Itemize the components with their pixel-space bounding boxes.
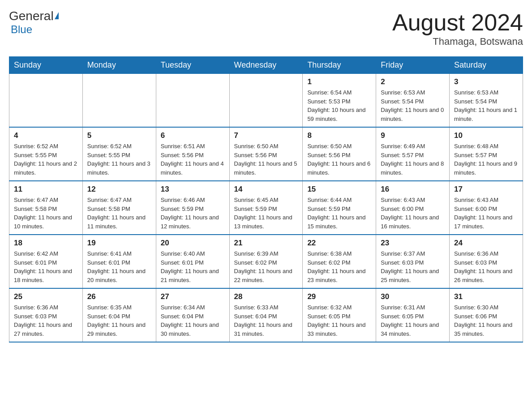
calendar-cell: [156, 74, 229, 128]
calendar-cell: 8Sunrise: 6:50 AM Sunset: 5:56 PM Daylig…: [303, 127, 376, 181]
day-info: Sunrise: 6:49 AM Sunset: 5:57 PM Dayligh…: [381, 142, 445, 177]
month-title: August 2024: [392, 9, 523, 36]
day-info: Sunrise: 6:43 AM Sunset: 6:00 PM Dayligh…: [381, 196, 445, 231]
calendar-cell: 7Sunrise: 6:50 AM Sunset: 5:56 PM Daylig…: [229, 127, 303, 181]
day-info: Sunrise: 6:50 AM Sunset: 5:56 PM Dayligh…: [307, 142, 371, 177]
day-info: Sunrise: 6:42 AM Sunset: 6:01 PM Dayligh…: [14, 249, 78, 284]
calendar-cell: 21Sunrise: 6:39 AM Sunset: 6:02 PM Dayli…: [229, 235, 303, 288]
day-number: 16: [381, 185, 445, 194]
day-info: Sunrise: 6:47 AM Sunset: 5:58 PM Dayligh…: [14, 196, 78, 231]
day-header-thursday: Thursday: [303, 57, 376, 74]
day-number: 9: [381, 131, 445, 140]
day-number: 3: [454, 77, 518, 86]
day-number: 14: [234, 185, 298, 194]
day-info: Sunrise: 6:35 AM Sunset: 6:04 PM Dayligh…: [87, 303, 151, 338]
day-info: Sunrise: 6:30 AM Sunset: 6:06 PM Dayligh…: [454, 303, 518, 338]
header: General Blue August 2024 Thamaga, Botswa…: [9, 9, 523, 47]
day-info: Sunrise: 6:47 AM Sunset: 5:58 PM Dayligh…: [87, 196, 151, 231]
calendar-week-row: 25Sunrise: 6:36 AM Sunset: 6:03 PM Dayli…: [9, 288, 523, 342]
day-info: Sunrise: 6:36 AM Sunset: 6:03 PM Dayligh…: [14, 303, 78, 338]
day-number: 15: [307, 185, 371, 194]
calendar-cell: 5Sunrise: 6:52 AM Sunset: 5:55 PM Daylig…: [82, 127, 156, 181]
day-info: Sunrise: 6:43 AM Sunset: 6:00 PM Dayligh…: [454, 196, 518, 231]
day-info: Sunrise: 6:33 AM Sunset: 6:04 PM Dayligh…: [234, 303, 298, 338]
calendar-cell: 25Sunrise: 6:36 AM Sunset: 6:03 PM Dayli…: [9, 288, 83, 342]
calendar-cell: 17Sunrise: 6:43 AM Sunset: 6:00 PM Dayli…: [450, 181, 523, 235]
day-number: 5: [87, 131, 151, 140]
calendar-cell: 31Sunrise: 6:30 AM Sunset: 6:06 PM Dayli…: [450, 288, 523, 342]
calendar-cell: 12Sunrise: 6:47 AM Sunset: 5:58 PM Dayli…: [82, 181, 156, 235]
day-number: 2: [381, 77, 445, 86]
calendar-cell: 4Sunrise: 6:52 AM Sunset: 5:55 PM Daylig…: [9, 127, 83, 181]
day-number: 19: [87, 239, 151, 248]
calendar-cell: 23Sunrise: 6:37 AM Sunset: 6:03 PM Dayli…: [376, 235, 450, 288]
day-info: Sunrise: 6:45 AM Sunset: 5:59 PM Dayligh…: [234, 196, 298, 231]
day-number: 29: [307, 292, 371, 301]
day-number: 20: [161, 239, 225, 248]
calendar-cell: 11Sunrise: 6:47 AM Sunset: 5:58 PM Dayli…: [9, 181, 83, 235]
calendar-week-row: 11Sunrise: 6:47 AM Sunset: 5:58 PM Dayli…: [9, 181, 523, 235]
day-info: Sunrise: 6:52 AM Sunset: 5:55 PM Dayligh…: [14, 142, 78, 177]
calendar-cell: 28Sunrise: 6:33 AM Sunset: 6:04 PM Dayli…: [229, 288, 303, 342]
day-info: Sunrise: 6:38 AM Sunset: 6:02 PM Dayligh…: [307, 249, 371, 284]
day-number: 30: [381, 292, 445, 301]
day-info: Sunrise: 6:37 AM Sunset: 6:03 PM Dayligh…: [381, 249, 445, 284]
day-header-sunday: Sunday: [9, 57, 83, 74]
day-info: Sunrise: 6:39 AM Sunset: 6:02 PM Dayligh…: [234, 249, 298, 284]
day-number: 10: [454, 131, 518, 140]
day-number: 18: [14, 239, 78, 248]
day-number: 7: [234, 131, 298, 140]
day-info: Sunrise: 6:50 AM Sunset: 5:56 PM Dayligh…: [234, 142, 298, 177]
calendar-cell: 14Sunrise: 6:45 AM Sunset: 5:59 PM Dayli…: [229, 181, 303, 235]
calendar-table: SundayMondayTuesdayWednesdayThursdayFrid…: [9, 56, 523, 342]
day-info: Sunrise: 6:34 AM Sunset: 6:04 PM Dayligh…: [161, 303, 225, 338]
day-info: Sunrise: 6:52 AM Sunset: 5:55 PM Dayligh…: [87, 142, 151, 177]
day-number: 25: [14, 292, 78, 301]
day-info: Sunrise: 6:48 AM Sunset: 5:57 PM Dayligh…: [454, 142, 518, 177]
calendar-cell: 2Sunrise: 6:53 AM Sunset: 5:54 PM Daylig…: [376, 74, 450, 128]
calendar-cell: 24Sunrise: 6:36 AM Sunset: 6:03 PM Dayli…: [450, 235, 523, 288]
logo: General Blue: [9, 9, 59, 36]
day-header-tuesday: Tuesday: [156, 57, 229, 74]
day-number: 11: [14, 185, 78, 194]
calendar-cell: [229, 74, 303, 128]
calendar-cell: 16Sunrise: 6:43 AM Sunset: 6:00 PM Dayli…: [376, 181, 450, 235]
day-number: 26: [87, 292, 151, 301]
logo-general-text: General: [9, 9, 54, 23]
day-info: Sunrise: 6:53 AM Sunset: 5:54 PM Dayligh…: [454, 88, 518, 123]
day-info: Sunrise: 6:41 AM Sunset: 6:01 PM Dayligh…: [87, 249, 151, 284]
calendar-cell: 19Sunrise: 6:41 AM Sunset: 6:01 PM Dayli…: [82, 235, 156, 288]
day-number: 27: [161, 292, 225, 301]
calendar-week-row: 1Sunrise: 6:54 AM Sunset: 5:53 PM Daylig…: [9, 74, 523, 128]
day-header-wednesday: Wednesday: [229, 57, 303, 74]
calendar-cell: 22Sunrise: 6:38 AM Sunset: 6:02 PM Dayli…: [303, 235, 376, 288]
day-number: 31: [454, 292, 518, 301]
calendar-cell: 27Sunrise: 6:34 AM Sunset: 6:04 PM Dayli…: [156, 288, 229, 342]
day-number: 4: [14, 131, 78, 140]
calendar-cell: 13Sunrise: 6:46 AM Sunset: 5:59 PM Dayli…: [156, 181, 229, 235]
day-number: 1: [307, 77, 371, 86]
day-header-saturday: Saturday: [450, 57, 523, 74]
calendar-cell: 1Sunrise: 6:54 AM Sunset: 5:53 PM Daylig…: [303, 74, 376, 128]
day-number: 21: [234, 239, 298, 248]
day-info: Sunrise: 6:40 AM Sunset: 6:01 PM Dayligh…: [161, 249, 225, 284]
day-info: Sunrise: 6:32 AM Sunset: 6:05 PM Dayligh…: [307, 303, 371, 338]
day-info: Sunrise: 6:54 AM Sunset: 5:53 PM Dayligh…: [307, 88, 371, 123]
calendar-cell: [9, 74, 83, 128]
day-number: 12: [87, 185, 151, 194]
day-number: 17: [454, 185, 518, 194]
day-info: Sunrise: 6:46 AM Sunset: 5:59 PM Dayligh…: [161, 196, 225, 231]
calendar-cell: 18Sunrise: 6:42 AM Sunset: 6:01 PM Dayli…: [9, 235, 83, 288]
calendar-cell: 6Sunrise: 6:51 AM Sunset: 5:56 PM Daylig…: [156, 127, 229, 181]
day-number: 24: [454, 239, 518, 248]
logo-triangle-icon: [55, 12, 59, 19]
calendar-week-row: 4Sunrise: 6:52 AM Sunset: 5:55 PM Daylig…: [9, 127, 523, 181]
calendar-cell: 30Sunrise: 6:31 AM Sunset: 6:05 PM Dayli…: [376, 288, 450, 342]
calendar-week-row: 18Sunrise: 6:42 AM Sunset: 6:01 PM Dayli…: [9, 235, 523, 288]
day-info: Sunrise: 6:31 AM Sunset: 6:05 PM Dayligh…: [381, 303, 445, 338]
day-number: 6: [161, 131, 225, 140]
calendar-cell: 9Sunrise: 6:49 AM Sunset: 5:57 PM Daylig…: [376, 127, 450, 181]
day-info: Sunrise: 6:53 AM Sunset: 5:54 PM Dayligh…: [381, 88, 445, 123]
day-header-monday: Monday: [82, 57, 156, 74]
calendar-header-row: SundayMondayTuesdayWednesdayThursdayFrid…: [9, 57, 523, 74]
